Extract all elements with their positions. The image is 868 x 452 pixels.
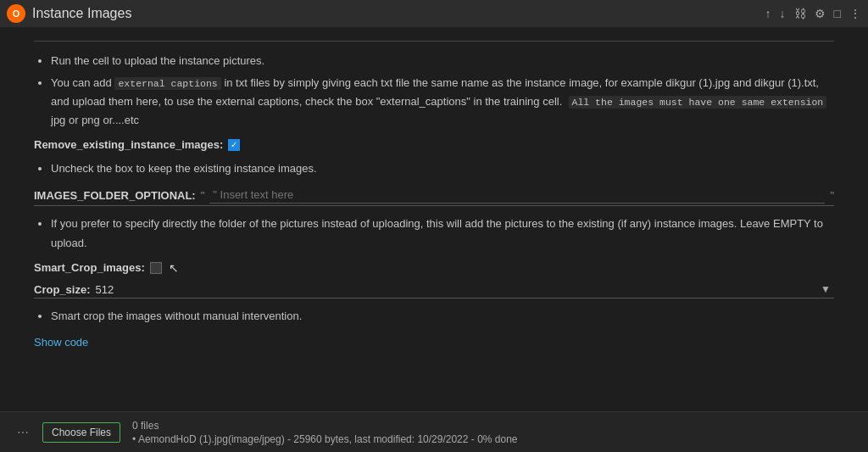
top-bar-left: O Instance Images [7, 4, 131, 23]
bullet-uncheck: Uncheck the box to keep the existing ins… [51, 159, 834, 178]
smart-crop-bullet-list: Smart crop the images without manual int… [34, 307, 834, 326]
images-folder-label: IMAGES_FOLDER_OPTIONAL: [34, 189, 196, 202]
crop-size-row: Crop_size: 512 ▼ [34, 283, 834, 299]
bottom-three-dots-icon[interactable]: ⋯ [17, 426, 29, 439]
crop-size-value: 512 [95, 283, 114, 296]
smart-crop-checkbox[interactable] [150, 262, 162, 274]
top-bar: O Instance Images ↑ ↓ ⛓ ⚙ □ ⋮ [0, 0, 868, 27]
intro-bullets: Run the cell to upload the instance pict… [34, 52, 834, 130]
choose-files-button[interactable]: Choose Files [42, 422, 120, 443]
move-up-icon[interactable]: ↑ [765, 7, 771, 20]
bottom-bar: ⋯ Choose Files 0 files • AemondHoD (1).j… [0, 411, 868, 452]
param-remove-existing-label: Remove_existing_instance_images: [34, 138, 223, 151]
settings-icon[interactable]: ⚙ [815, 7, 826, 20]
param-smart-crop-label: Smart_Crop_images: [34, 261, 145, 274]
show-code-link[interactable]: Show code [34, 336, 88, 349]
main-content: Run the cell to upload the instance pict… [0, 27, 868, 411]
bullet-folder: If you prefer to specify directly the fo… [51, 215, 834, 252]
crop-size-dropdown-icon[interactable]: ▼ [821, 283, 834, 295]
toolbar-icons: ↑ ↓ ⛓ ⚙ □ ⋮ [765, 7, 861, 20]
logo-icon: O [7, 4, 25, 23]
link-icon[interactable]: ⛓ [794, 7, 806, 20]
file-info-detail: • AemondHoD (1).jpg(image/jpeg) - 25960 … [132, 433, 517, 445]
divider [34, 41, 834, 42]
crop-size-label: Crop_size: [34, 283, 90, 296]
cursor-icon: ↖ [169, 261, 179, 275]
folder-bullet-list: If you prefer to specify directly the fo… [34, 215, 834, 252]
more-options-icon[interactable]: ⋮ [849, 7, 861, 20]
bullet-upload: Run the cell to upload the instance pict… [51, 52, 834, 70]
bullet-smart-crop: Smart crop the images without manual int… [51, 307, 834, 326]
param-smart-crop-row: Smart_Crop_images: ↖ [34, 261, 834, 275]
bullet-captions: You can add external captions in txt fil… [51, 74, 834, 130]
expand-icon[interactable]: □ [834, 7, 841, 20]
page-title: Instance Images [32, 6, 131, 21]
remove-existing-checkbox[interactable] [228, 139, 240, 151]
file-info-section: 0 files • AemondHoD (1).jpg(image/jpeg) … [132, 420, 517, 445]
files-count: 0 files [132, 420, 517, 432]
move-down-icon[interactable]: ↓ [780, 7, 786, 20]
images-folder-row: IMAGES_FOLDER_OPTIONAL: " " [34, 187, 834, 206]
uncheck-bullet-list: Uncheck the box to keep the existing ins… [34, 159, 834, 178]
param-remove-existing-row: Remove_existing_instance_images: [34, 138, 834, 151]
images-folder-input[interactable] [209, 187, 825, 204]
